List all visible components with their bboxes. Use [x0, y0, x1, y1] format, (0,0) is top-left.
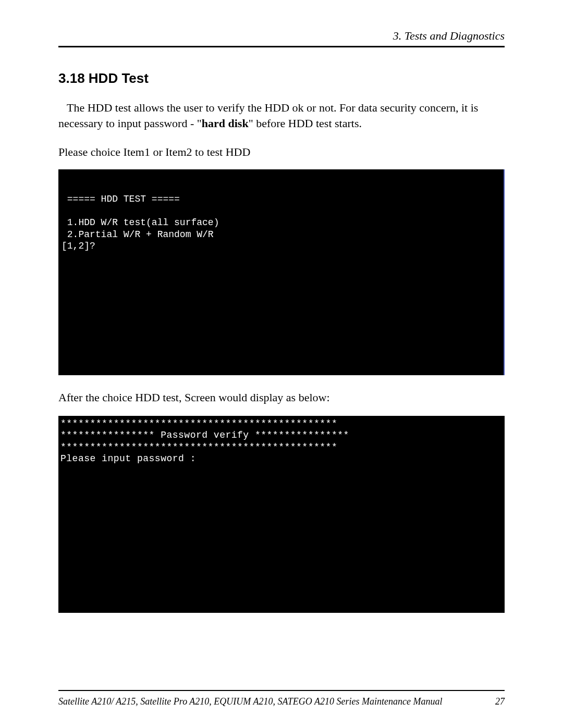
term2-line4: Please input password :	[60, 453, 196, 464]
choice-paragraph: Please choice Item1 or Item2 to test HDD	[58, 144, 505, 160]
chapter-title: 3. Tests and Diagnostics	[393, 29, 505, 42]
term1-line5: [1,2]?	[62, 241, 95, 251]
footer-manual-title: Satellite A210/ A215, Satellite Pro A210…	[58, 696, 442, 707]
section-title: 3.18 HDD Test	[58, 70, 505, 87]
document-page: 3. Tests and Diagnostics 3.18 HDD Test T…	[0, 0, 563, 728]
footer-row: Satellite A210/ A215, Satellite Pro A210…	[58, 696, 505, 707]
page-footer: Satellite A210/ A215, Satellite Pro A210…	[58, 669, 505, 707]
term2-line2: **************** Password verify *******…	[60, 430, 349, 440]
term2-line3: ****************************************…	[60, 442, 337, 452]
para1-post: " before HDD test starts.	[249, 117, 362, 130]
password-bold: hard disk	[202, 117, 249, 130]
header-rule	[58, 46, 505, 47]
intro-paragraph: The HDD test allows the user to verify t…	[58, 100, 505, 131]
terminal-screenshot-2: ****************************************…	[58, 416, 505, 613]
footer-page-number: 27	[495, 696, 505, 707]
term2-line1: ****************************************…	[60, 418, 337, 429]
footer-rule	[58, 690, 505, 691]
terminal-screenshot-1: ===== HDD TEST ===== 1.HDD W/R test(all …	[58, 169, 505, 375]
term1-line1: ===== HDD TEST =====	[62, 194, 180, 204]
after-choice-paragraph: After the choice HDD test, Screen would …	[58, 390, 505, 405]
term1-line4: 2.Partial W/R + Random W/R	[62, 229, 214, 240]
term1-line3: 1.HDD W/R test(all surface)	[62, 217, 219, 228]
page-header: 3. Tests and Diagnostics	[58, 29, 505, 46]
